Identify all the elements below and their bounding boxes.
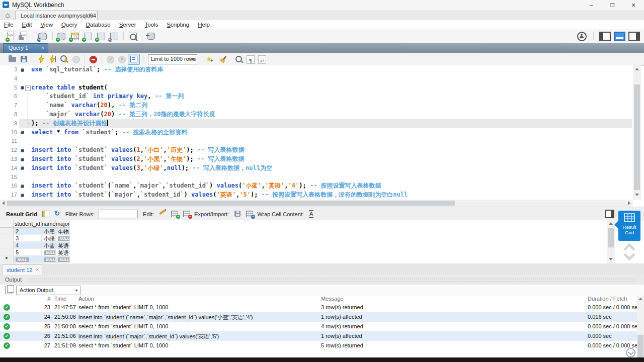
create-view-icon[interactable] bbox=[82, 31, 94, 42]
create-table-icon[interactable] bbox=[68, 31, 80, 42]
editor-line-17[interactable]: 17insert into `student`(`major`,`student… bbox=[0, 191, 632, 200]
grid-cell[interactable]: 5 bbox=[14, 249, 42, 256]
create-schema-icon[interactable] bbox=[55, 31, 67, 42]
open-script-icon[interactable] bbox=[7, 54, 18, 64]
create-procedure-icon[interactable] bbox=[95, 31, 107, 42]
grid-row-header[interactable] bbox=[0, 242, 14, 249]
limit-rows-dropdown[interactable]: Limit to 1000 rows bbox=[148, 54, 197, 64]
grid-cell[interactable]: NULL bbox=[56, 256, 70, 263]
sql-editor[interactable]: 3use `sql_tutorial`; -- 选择使用的资料库45create… bbox=[0, 65, 633, 200]
explain-plan-icon[interactable] bbox=[59, 54, 70, 64]
scroll-down-float-icon[interactable] bbox=[626, 348, 635, 357]
grid-cell[interactable]: NULL bbox=[14, 256, 42, 263]
editor-line-7[interactable]: 7 `name` varchar(20), -- 第二列 bbox=[0, 101, 632, 110]
menu-database[interactable]: Database bbox=[86, 22, 110, 28]
grid-vscroll-thumb[interactable] bbox=[608, 228, 614, 247]
editor-line-13[interactable]: 13insert into `student` values(2,'小黑','生… bbox=[0, 155, 632, 164]
editor-line-15[interactable]: 15 bbox=[0, 173, 632, 182]
menu-server[interactable]: Server bbox=[119, 22, 136, 28]
save-snippet-icon[interactable] bbox=[205, 54, 216, 64]
menu-tools[interactable]: Tools bbox=[145, 22, 158, 28]
menu-view[interactable]: View bbox=[40, 22, 53, 28]
user-account-icon[interactable] bbox=[577, 32, 587, 41]
stop-on-error-toggle-icon[interactable] bbox=[88, 54, 99, 64]
output-row-27[interactable]: 2721:51:09select * from `student` LIMIT … bbox=[0, 341, 637, 350]
chevron-up-icon[interactable] bbox=[623, 243, 636, 251]
home-icon[interactable] bbox=[0, 10, 15, 20]
export-recordset-icon[interactable] bbox=[233, 210, 243, 219]
output-vscrollbar[interactable] bbox=[637, 296, 644, 357]
output-area-toggle-icon[interactable] bbox=[614, 32, 625, 41]
grid-column-header-major[interactable]: major bbox=[56, 220, 70, 228]
grid-cell[interactable]: NULL bbox=[56, 235, 70, 242]
editor-vscroll-thumb[interactable] bbox=[634, 84, 640, 190]
wrap-cell-content-icon[interactable] bbox=[308, 210, 318, 219]
connection-tab[interactable]: Local instance wampmysqld64 bbox=[15, 11, 98, 21]
close-button[interactable] bbox=[625, 0, 642, 10]
panel-toggle-icon[interactable] bbox=[605, 210, 614, 218]
menu-scripting[interactable]: Scripting bbox=[167, 22, 189, 28]
refresh-icon[interactable] bbox=[53, 210, 63, 219]
menu-edit[interactable]: Edit bbox=[22, 22, 32, 28]
fold-toggle-icon[interactable] bbox=[25, 85, 31, 91]
result-grid-side-tab[interactable]: ResultGrid bbox=[618, 211, 640, 241]
output-row-24[interactable]: 2421:50:06insert into `student`(`name`,`… bbox=[0, 312, 637, 322]
find-icon[interactable] bbox=[233, 54, 245, 64]
create-function-icon[interactable]: 0 bbox=[108, 31, 120, 42]
new-sql-tab-icon[interactable] bbox=[5, 31, 17, 42]
editor-line-6[interactable]: 6 `student_id` int primary key, -- 第一列 bbox=[0, 92, 632, 101]
grid-row-header[interactable] bbox=[0, 235, 14, 242]
editor-hscrollbar[interactable] bbox=[0, 200, 633, 207]
sidebar-toggle-icon[interactable] bbox=[599, 32, 611, 41]
menu-query[interactable]: Query bbox=[61, 22, 77, 28]
edit-record-icon[interactable] bbox=[158, 210, 168, 219]
import-records-icon[interactable] bbox=[245, 210, 255, 219]
grid-cell[interactable]: 小黑 bbox=[42, 228, 56, 235]
editor-line-9[interactable]: 9); -- 创建表格并设计属性 bbox=[0, 119, 632, 128]
grid-cell[interactable]: 2 bbox=[14, 228, 42, 235]
editor-line-8[interactable]: 8 `major` varchar(20) -- 第三列，20指的是最大字符长度 bbox=[0, 110, 632, 119]
execute-statements-icon[interactable] bbox=[36, 54, 47, 64]
editor-line-16[interactable]: 16insert into `student`(`name`,`major`,`… bbox=[0, 182, 632, 191]
output-vscroll-thumb[interactable] bbox=[637, 335, 643, 357]
grid-column-header-name[interactable]: name bbox=[42, 220, 56, 228]
delete-row-icon[interactable] bbox=[182, 210, 192, 219]
grid-cell[interactable]: 英语 bbox=[56, 242, 70, 249]
new-row-marker[interactable]: * bbox=[0, 256, 14, 263]
query-tab[interactable]: Query 1 bbox=[3, 43, 48, 53]
inspector-icon[interactable]: i bbox=[37, 31, 49, 42]
insert-row-icon[interactable] bbox=[170, 210, 180, 219]
save-script-icon[interactable] bbox=[19, 54, 30, 64]
output-view-selector[interactable]: Action Output bbox=[16, 286, 80, 295]
grid-cell[interactable]: 生物 bbox=[56, 228, 70, 235]
grid-cell[interactable]: 3 bbox=[14, 235, 42, 242]
grid-cell[interactable]: NULL bbox=[42, 256, 56, 263]
editor-line-4[interactable]: 4 bbox=[0, 74, 632, 83]
editor-hscroll-thumb[interactable] bbox=[7, 201, 455, 206]
editor-line-5[interactable]: 5create table student( bbox=[0, 83, 632, 93]
output-row-23[interactable]: 2321:47:57select * from `student` LIMIT … bbox=[0, 303, 637, 312]
result-tab-student[interactable]: student 12 bbox=[2, 264, 42, 276]
editor-line-12[interactable]: 12insert into `student` values(1,'小白','历… bbox=[0, 146, 632, 155]
editor-line-10[interactable]: 10select * from `student`; -- 搜索表格的全部资料 bbox=[0, 128, 632, 137]
grid-column-header-student_id[interactable]: student_id bbox=[14, 220, 42, 228]
beautify-sql-icon[interactable] bbox=[222, 54, 233, 64]
grid-row-header[interactable] bbox=[0, 249, 14, 256]
invisible-characters-icon[interactable] bbox=[245, 54, 256, 64]
secondary-sidebar-toggle-icon[interactable] bbox=[628, 32, 640, 41]
chevron-down-icon[interactable] bbox=[623, 252, 636, 260]
execute-current-statement-icon[interactable] bbox=[47, 54, 58, 64]
editor-line-14[interactable]: 14insert into `student` values(3,'小绿',nu… bbox=[0, 164, 632, 173]
grid-cell[interactable]: 英语 bbox=[56, 249, 70, 256]
grid-view-icon[interactable] bbox=[41, 210, 51, 219]
grid-cell[interactable]: 小蓝 bbox=[42, 242, 56, 249]
grid-vscrollbar[interactable] bbox=[607, 220, 615, 263]
output-row-25[interactable]: 2521:50:08select * from `student` LIMIT … bbox=[0, 322, 637, 331]
reconnect-dbms-icon[interactable] bbox=[145, 31, 157, 42]
close-icon[interactable] bbox=[41, 45, 44, 51]
close-icon[interactable] bbox=[91, 13, 94, 19]
filter-rows-input[interactable] bbox=[99, 210, 138, 218]
menu-help[interactable]: Help bbox=[198, 22, 210, 28]
grid-row-header[interactable] bbox=[0, 228, 14, 235]
wrap-text-icon[interactable] bbox=[257, 54, 268, 64]
